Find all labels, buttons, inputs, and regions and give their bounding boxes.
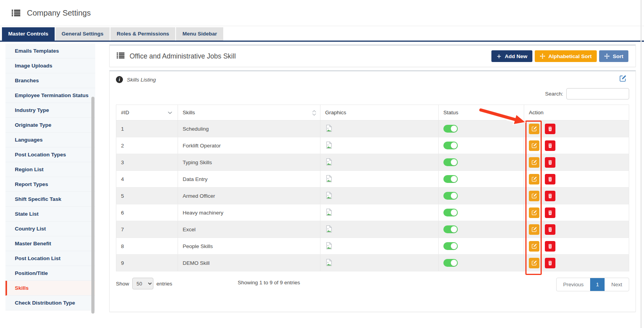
sidebar-item-originate-type[interactable]: Originate Type <box>5 118 95 133</box>
status-toggle[interactable] <box>443 125 458 133</box>
results-summary: Showing 1 to 9 of 9 entries <box>238 280 300 285</box>
sidebar-item-languages[interactable]: Languages <box>5 133 95 147</box>
sidebar-item-check-distribution-type[interactable]: Check Distribution Type <box>5 296 95 310</box>
column-label: Action <box>529 110 544 115</box>
pencil-square-icon[interactable] <box>619 75 626 83</box>
page: Company Settings Master ControlsGeneral … <box>0 0 644 328</box>
row-id: 8 <box>121 243 124 249</box>
sidebar-item-post-location-list[interactable]: Post Location List <box>5 251 95 266</box>
status-toggle[interactable] <box>443 142 458 149</box>
sidebar-scrollbar[interactable] <box>91 97 94 314</box>
status-toggle[interactable] <box>443 225 458 233</box>
delete-button[interactable] <box>545 241 555 252</box>
sidebar-item-state-list[interactable]: State List <box>5 207 95 222</box>
delete-button[interactable] <box>545 157 555 168</box>
delete-button[interactable] <box>545 191 555 201</box>
delete-button[interactable] <box>545 174 555 184</box>
panel-title: Office and Administrative Jobs Skill <box>130 52 236 60</box>
status-toggle[interactable] <box>443 259 458 267</box>
info-circle-icon: i <box>116 76 123 83</box>
sidebar-item-position-title[interactable]: Position/Title <box>5 266 95 281</box>
sidebar-item-branches[interactable]: Branches <box>5 73 95 88</box>
sidebar-item-report-types[interactable]: Report Types <box>5 177 95 192</box>
column-label: Skills <box>183 110 195 115</box>
page-size-select[interactable]: 50 <box>132 278 153 289</box>
edit-button[interactable] <box>529 157 539 168</box>
edit-button[interactable] <box>529 241 539 252</box>
column-header-skills[interactable]: Skills <box>178 105 320 121</box>
edit-button[interactable] <box>529 258 539 268</box>
sidebar-item-industry-type[interactable]: Industry Type <box>5 103 95 118</box>
column-header-graphics: Graphics <box>320 105 439 121</box>
edit-button[interactable] <box>529 174 539 184</box>
search-label: Search: <box>545 91 563 97</box>
table-row: 6 Heavy machinery <box>116 204 629 221</box>
row-id: 4 <box>121 176 124 182</box>
column-label: #ID <box>121 110 129 115</box>
tab-master-controls[interactable]: Master Controls <box>2 27 55 41</box>
delete-button[interactable] <box>545 207 555 218</box>
sidebar-item-employee-termination-status[interactable]: Employee Termination Status <box>5 88 95 103</box>
sidebar-item-country-list[interactable]: Country List <box>5 222 95 236</box>
alphabetical-sort-button[interactable]: Alphabetical Sort <box>535 50 597 62</box>
table-row: 5 Armed Officer <box>116 188 629 204</box>
row-skill: Typing Skills <box>183 160 212 165</box>
add-new-button[interactable]: Add New <box>491 50 532 62</box>
arrows-move-icon <box>540 53 545 59</box>
row-skill: Excel <box>183 227 196 232</box>
sidebar-item-shift-specific-task[interactable]: Shift Specific Task <box>5 192 95 207</box>
edit-button[interactable] <box>529 140 539 151</box>
page-header: Company Settings <box>0 0 644 26</box>
status-toggle[interactable] <box>443 158 458 166</box>
sidebar-item-image-uploads[interactable]: Image Uploads <box>5 59 95 73</box>
sidebar-item-skills[interactable]: Skills <box>5 281 95 296</box>
toggle-knob <box>451 142 457 149</box>
column-header-id[interactable]: #ID <box>116 105 178 121</box>
trash-icon <box>548 126 553 131</box>
pencil-square-icon <box>532 126 537 131</box>
status-toggle[interactable] <box>443 209 458 216</box>
toggle-knob <box>451 209 457 216</box>
edit-button[interactable] <box>529 224 539 235</box>
row-skill: DEMO Skill <box>183 260 210 266</box>
tab-menu-sidebar[interactable]: Menu Sidebar <box>176 27 223 41</box>
tab-general-settings[interactable]: General Settings <box>55 27 110 41</box>
sidebar-item-post-location-types[interactable]: Post Location Types <box>5 147 95 162</box>
tab-roles-permissions[interactable]: Roles & Permissions <box>110 27 175 41</box>
search-input[interactable] <box>566 88 629 99</box>
add-new-label: Add New <box>505 53 527 59</box>
sort-button[interactable]: Sort <box>599 50 628 62</box>
broken-image-icon <box>325 158 333 166</box>
delete-button[interactable] <box>545 258 555 268</box>
sidebar-item-region-list[interactable]: Region List <box>5 162 95 177</box>
table-row: 9 DEMO Skill <box>116 255 629 271</box>
tab-underline <box>0 41 644 42</box>
row-id: 6 <box>121 210 124 216</box>
delete-button[interactable] <box>545 140 555 151</box>
next-button[interactable]: Next <box>605 278 629 291</box>
toggle-knob <box>451 176 457 182</box>
sort-label: Sort <box>613 53 623 59</box>
delete-button[interactable] <box>545 124 555 134</box>
listing-header: i Skills Listing <box>116 75 629 84</box>
row-id: 9 <box>121 260 124 266</box>
pencil-square-icon <box>532 261 537 266</box>
tab-bar: Master ControlsGeneral SettingsRoles & P… <box>2 27 223 41</box>
edit-button[interactable] <box>529 124 539 134</box>
trash-icon <box>548 244 553 249</box>
status-toggle[interactable] <box>443 192 458 200</box>
trash-icon <box>548 261 553 266</box>
delete-button[interactable] <box>545 224 555 235</box>
page-1-button[interactable]: 1 <box>590 278 605 291</box>
list-icon <box>12 9 20 16</box>
status-toggle[interactable] <box>443 175 458 183</box>
status-toggle[interactable] <box>443 242 458 250</box>
sidebar-nav: Emails TemplatesImage UploadsBranchesEmp… <box>5 44 95 310</box>
page-scrollbar[interactable] <box>640 0 642 328</box>
pencil-square-icon <box>532 143 537 148</box>
sidebar-item-emails-templates[interactable]: Emails Templates <box>5 44 95 59</box>
sidebar-item-master-benefit[interactable]: Master Benefit <box>5 236 95 251</box>
edit-button[interactable] <box>529 207 539 218</box>
edit-button[interactable] <box>529 191 539 201</box>
previous-button[interactable]: Previous <box>557 278 591 291</box>
